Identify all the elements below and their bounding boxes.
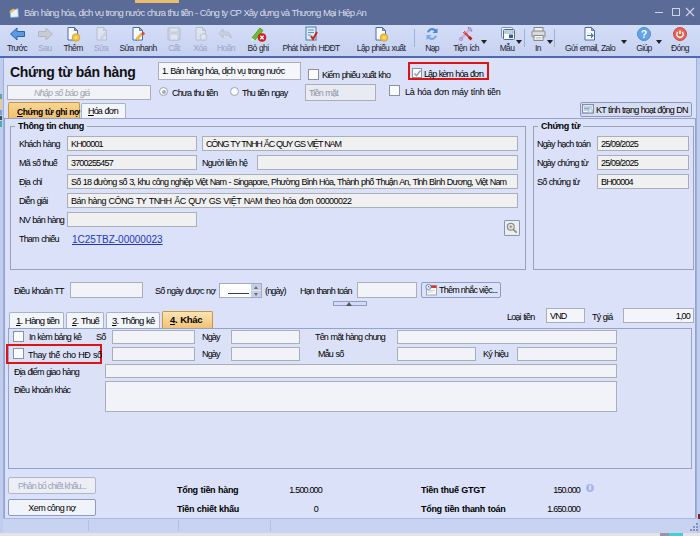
- svg-text:?: ?: [641, 29, 647, 40]
